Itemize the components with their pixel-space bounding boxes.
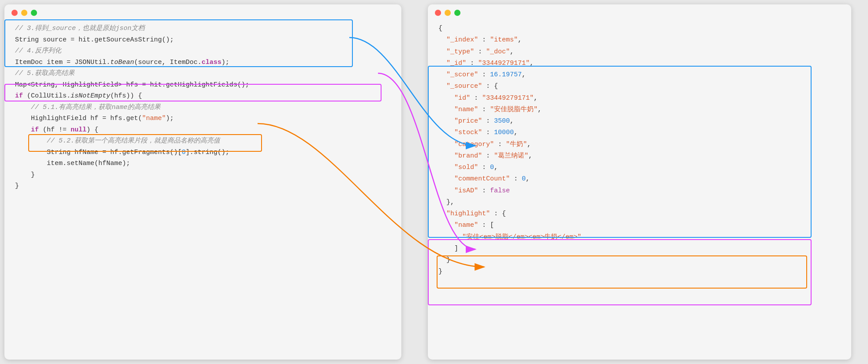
json-line-15: }, [438,197,841,208]
json-line-13: "commentCount" : 0, [438,173,841,185]
code-line-11: // 5.2.获取第一个高亮结果片段，就是商品名称的高亮值 [15,135,391,147]
json-line-16: "highlight" : { [438,208,841,220]
traffic-lights-right [428,4,851,19]
code-line-2: String source = hit.getSourceAsString(); [15,34,391,46]
minimize-button-right[interactable] [445,10,451,16]
json-line-20: } [438,255,841,266]
code-content: // 3.得到_source，也就是原始json文档 String source… [4,19,401,201]
json-line-17: "name" : [ [438,220,841,231]
code-line-9: HighlightField hf = hfs.get("name"); [15,113,391,124]
traffic-lights-left [4,4,401,19]
json-line-11: "brand" : "葛兰纳诺", [438,150,841,162]
right-json-panel: { "_index" : "items", "_type" : "_doc", … [428,4,851,360]
left-code-panel: // 3.得到_source，也就是原始json文档 String source… [4,4,401,360]
json-content: { "_index" : "items", "_type" : "_doc", … [428,19,851,287]
code-line-4: ItemDoc item = JSONUtil.toBean(source, I… [15,57,391,68]
code-line-14: } [15,169,391,181]
json-line-10: "category" : "牛奶", [438,139,841,150]
json-line-12: "sold" : 0, [438,162,841,173]
json-line-0: { [438,23,841,34]
code-line-8: // 5.1.有高亮结果，获取name的高亮结果 [15,102,391,113]
json-line-1: "_index" : "items", [438,34,841,46]
code-line-5: // 5.获取高亮结果 [15,68,391,79]
json-line-2: "_type" : "_doc", [438,46,841,58]
code-line-10: if (hf != null) { [15,124,391,136]
code-line-3: // 4.反序列化 [15,45,391,57]
json-line-19: ] [438,243,841,255]
json-line-18: "安佳<em>脱脂</em><em>牛奶</em>" [438,232,841,243]
code-line-6: Map<String, HighlightField> hfs = hit.ge… [15,79,391,91]
code-line-15: } [15,180,391,192]
json-line-3: "_id" : "33449279171", [438,58,841,69]
code-line-12: String hfName = hf.getFragments()[0].str… [15,147,391,158]
code-line-7: if (CollUtils.isNotEmpty(hfs)) { [15,90,391,102]
json-line-14: "isAD" : false [438,185,841,197]
close-button[interactable] [11,10,18,16]
maximize-button-right[interactable] [454,10,460,16]
maximize-button[interactable] [31,10,37,16]
json-line-8: "price" : 3500, [438,116,841,127]
json-line-9: "stock" : 10000, [438,127,841,139]
minimize-button[interactable] [21,10,27,16]
json-line-4: "_score" : 16.19757, [438,69,841,81]
json-line-6: "id" : "33449279171", [438,93,841,104]
code-line-13: item.setName(hfName); [15,158,391,169]
json-line-7: "name" : "安佳脱脂牛奶", [438,104,841,116]
json-line-5: "_source" : { [438,81,841,92]
close-button-right[interactable] [435,10,441,16]
json-line-21: } [438,266,841,278]
code-line-1: // 3.得到_source，也就是原始json文档 [15,23,391,34]
